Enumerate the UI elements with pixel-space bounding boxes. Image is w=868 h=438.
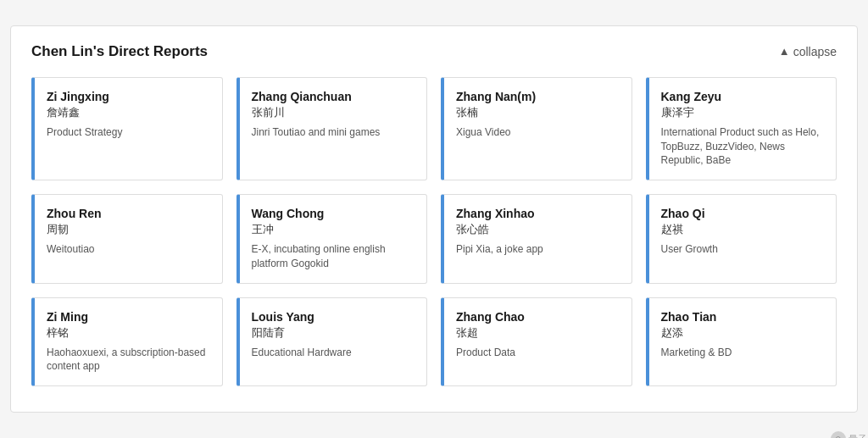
person-card[interactable]: Kang Zeyu康泽宇International Product such a…: [646, 77, 837, 180]
card-name-english: Zhou Ren: [47, 207, 210, 220]
card-name-chinese: 张超: [456, 325, 620, 341]
person-card[interactable]: Zhang Xinhao张心皓Pipi Xia, a joke app: [441, 194, 632, 284]
card-name-chinese: 赵添: [661, 325, 825, 341]
watermark-icon: ⊙: [831, 431, 846, 438]
person-card[interactable]: Zhang Qianchuan张前川Jinri Toutiao and mini…: [236, 77, 428, 180]
person-card[interactable]: Zhao Tian赵添Marketing & BD: [646, 297, 837, 387]
card-description: International Product such as Helo, TopB…: [661, 125, 825, 168]
collapse-label: collapse: [793, 45, 837, 58]
person-card[interactable]: Zi Ming梓铭Haohaoxuexi, a subscription-bas…: [31, 297, 223, 387]
card-name-english: Zhao Qi: [661, 207, 825, 220]
card-description: Xigua Video: [456, 125, 620, 140]
main-container: Chen Lin's Direct Reports ▲ collapse Zi …: [10, 25, 858, 413]
card-description: Pipi Xia, a joke app: [456, 242, 620, 257]
watermark: ⊙ 量子位: [831, 431, 868, 438]
card-name-chinese: 赵祺: [661, 222, 825, 237]
card-name-chinese: 康泽宇: [661, 105, 825, 120]
card-name-chinese: 梓铭: [47, 325, 210, 341]
person-card[interactable]: Zhao Qi赵祺User Growth: [646, 194, 837, 284]
card-name-english: Louis Yang: [252, 310, 415, 324]
card-description: Haohaoxuexi, a subscription-based conten…: [47, 346, 210, 374]
person-card[interactable]: Zhang Nan(m)张楠Xigua Video: [441, 77, 632, 180]
card-name-english: Wang Chong: [252, 207, 415, 220]
card-name-english: Zi Ming: [47, 310, 210, 324]
card-name-english: Zhang Nan(m): [456, 90, 620, 103]
section-header: Chen Lin's Direct Reports ▲ collapse: [31, 43, 837, 60]
card-name-chinese: 张心皓: [456, 222, 620, 237]
card-name-english: Kang Zeyu: [661, 90, 825, 103]
person-card[interactable]: Zi Jingxing詹靖鑫Product Strategy: [31, 77, 223, 180]
person-card[interactable]: Zhang Chao张超Product Data: [441, 297, 632, 387]
card-name-english: Zhang Qianchuan: [252, 90, 415, 103]
card-name-english: Zi Jingxing: [47, 90, 210, 103]
card-description: Product Strategy: [47, 125, 210, 140]
person-card[interactable]: Wang Chong王冲E-X, incubating online engli…: [236, 194, 428, 284]
section-title: Chen Lin's Direct Reports: [31, 43, 208, 60]
collapse-arrow-icon: ▲: [779, 45, 790, 58]
watermark-label: 量子位: [849, 433, 868, 439]
reports-grid: Zi Jingxing詹靖鑫Product StrategyZhang Qian…: [31, 77, 837, 387]
person-card[interactable]: Zhou Ren周韧Weitoutiao: [31, 194, 223, 284]
card-name-english: Zhang Chao: [456, 310, 620, 324]
card-name-chinese: 詹靖鑫: [47, 105, 210, 120]
card-description: Marketing & BD: [661, 346, 825, 360]
card-name-chinese: 张前川: [252, 105, 415, 120]
card-description: Weitoutiao: [47, 242, 210, 257]
card-name-chinese: 张楠: [456, 105, 620, 120]
card-description: Jinri Toutiao and mini games: [252, 125, 415, 140]
person-card[interactable]: Louis Yang阳陆育Educational Hardware: [236, 297, 428, 387]
card-name-english: Zhao Tian: [661, 310, 825, 324]
card-description: User Growth: [661, 242, 825, 257]
collapse-button[interactable]: ▲ collapse: [779, 45, 837, 58]
card-name-chinese: 阳陆育: [252, 325, 415, 341]
card-name-chinese: 王冲: [252, 222, 415, 237]
card-description: Product Data: [456, 346, 620, 360]
card-description: E-X, incubating online english platform …: [252, 242, 415, 271]
card-description: Educational Hardware: [252, 346, 415, 360]
card-name-chinese: 周韧: [47, 222, 210, 237]
card-name-english: Zhang Xinhao: [456, 207, 620, 220]
